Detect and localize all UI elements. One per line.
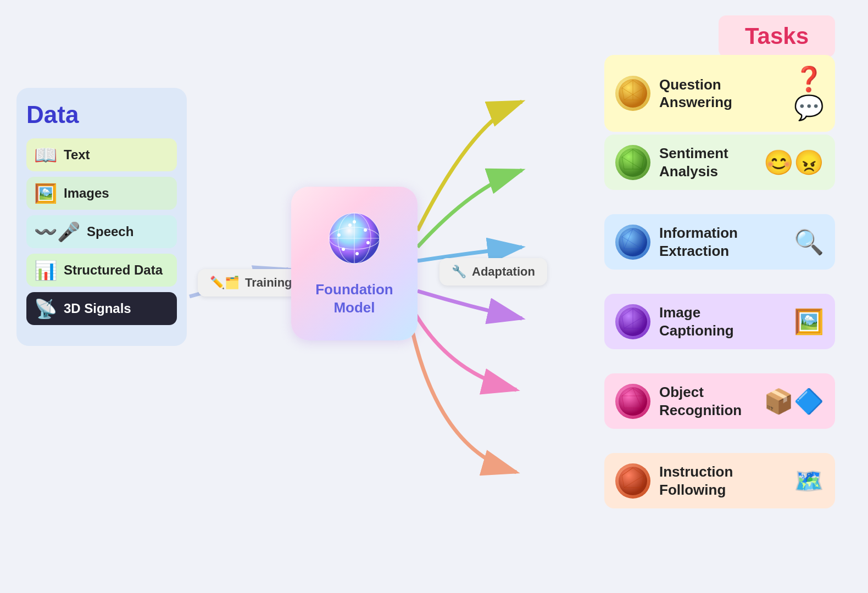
data-item-text: 📖 Text	[26, 138, 177, 171]
data-item-speech: 〰️🎤 Speech	[26, 215, 177, 248]
data-panel: Data 📖 Text 🖼️ Images 〰️🎤 Speech 📊 Struc…	[16, 88, 187, 346]
if-icon: 🗺️	[794, 467, 824, 495]
data-item-images: 🖼️ Images	[26, 177, 177, 210]
task-card-sa: SentimentAnalysis 😊😠	[604, 135, 835, 190]
foundation-sphere	[327, 211, 382, 276]
data-title: Data	[26, 101, 177, 128]
tasks-title-label: Tasks	[745, 23, 809, 49]
training-label: Training	[245, 276, 292, 290]
task-card-ic: ImageCaptioning 🖼️	[604, 294, 835, 349]
task-card-or: ObjectRecognition 📦🔷	[604, 373, 835, 429]
ic-label: ImageCaptioning	[659, 304, 734, 339]
if-label: InstructionFollowing	[659, 463, 733, 499]
sa-sphere	[615, 145, 650, 180]
sa-icon: 😊😠	[764, 148, 824, 177]
or-sphere	[615, 384, 650, 419]
adaptation-box: 🔧 Adaptation	[439, 258, 547, 286]
ie-label: InformationExtraction	[659, 224, 738, 260]
tasks-title-box: Tasks	[719, 15, 835, 57]
speech-icon: 〰️🎤	[34, 221, 80, 243]
ic-icon: 🖼️	[794, 307, 824, 336]
images-icon: 🖼️	[34, 182, 57, 204]
ic-sphere	[615, 304, 650, 339]
task-card-if: InstructionFollowing 🗺️	[604, 453, 835, 508]
training-box: ✏️🗂️ Training	[198, 269, 304, 296]
svg-point-20	[348, 223, 352, 227]
qa-sphere	[615, 76, 650, 111]
text-icon: 📖	[34, 144, 57, 166]
training-icon: ✏️🗂️	[210, 276, 240, 290]
qa-label: QuestionAnswering	[659, 76, 732, 111]
foundation-label: FoundationModel	[315, 281, 393, 316]
or-icon: 📦🔷	[764, 387, 824, 416]
if-sphere	[615, 463, 650, 499]
ie-sphere	[615, 225, 650, 260]
task-card-qa: QuestionAnswering ❓💬	[604, 55, 835, 132]
data-item-3d: 📡 3D Signals	[26, 292, 177, 325]
or-label: ObjectRecognition	[659, 383, 742, 419]
ie-icon: 🔍	[794, 228, 824, 256]
svg-point-19	[337, 233, 341, 237]
data-item-structured: 📊 Structured Data	[26, 254, 177, 287]
adaptation-icon: 🔧	[452, 265, 466, 279]
structured-icon: 📊	[34, 259, 57, 281]
data-item-images-label: Images	[64, 186, 109, 201]
adaptation-label: Adaptation	[472, 265, 535, 279]
data-item-speech-label: Speech	[87, 224, 133, 239]
3d-icon: 📡	[34, 298, 57, 320]
svg-point-17	[355, 252, 359, 255]
foundation-model-box: FoundationModel	[291, 187, 418, 340]
data-item-3d-label: 3D Signals	[64, 301, 131, 316]
sa-label: SentimentAnalysis	[659, 144, 728, 180]
svg-point-16	[366, 241, 370, 244]
svg-point-18	[342, 248, 345, 251]
svg-point-14	[353, 220, 356, 223]
qa-icon: ❓💬	[794, 65, 824, 122]
data-item-text-label: Text	[64, 147, 90, 163]
data-item-structured-label: Structured Data	[64, 262, 163, 278]
task-card-ie: InformationExtraction 🔍	[604, 214, 835, 270]
svg-point-15	[364, 228, 367, 232]
